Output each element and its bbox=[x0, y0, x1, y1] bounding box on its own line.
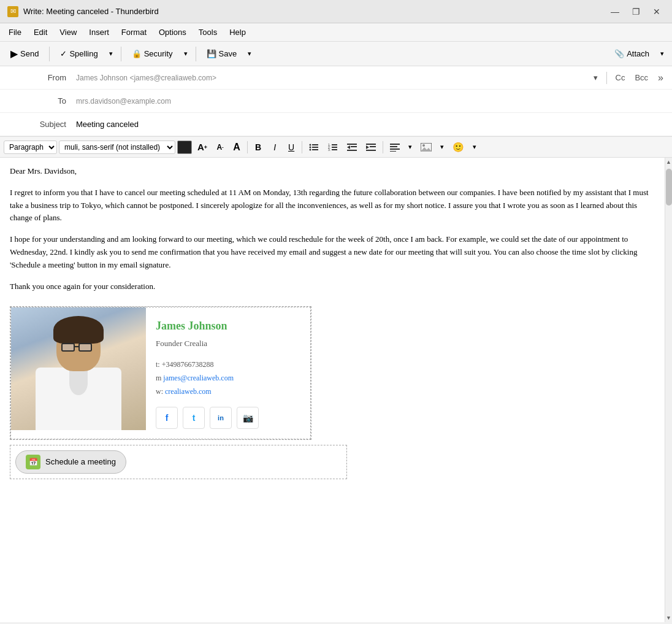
sig-phone: t: +3498766738288 bbox=[156, 359, 300, 371]
image-btn[interactable] bbox=[417, 140, 435, 155]
svg-rect-16 bbox=[366, 144, 376, 145]
menu-bar: File Edit View Insert Format Options Too… bbox=[0, 23, 672, 42]
maximize-button[interactable]: ❐ bbox=[628, 6, 644, 18]
text-color-block-btn[interactable] bbox=[177, 141, 192, 154]
spelling-dropdown[interactable]: ▾ bbox=[106, 47, 116, 61]
greeting-para: Dear Mrs. Davidson, bbox=[10, 165, 655, 178]
from-label: From bbox=[0, 73, 74, 82]
linkedin-btn[interactable]: in bbox=[210, 407, 232, 429]
body-para-1: I regret to inform you that I have to ca… bbox=[10, 187, 655, 225]
schedule-label: Schedule a meeting bbox=[45, 457, 116, 466]
minimize-button[interactable]: — bbox=[607, 6, 623, 18]
attach-dropdown[interactable]: ▾ bbox=[657, 47, 667, 61]
svg-point-2 bbox=[310, 146, 311, 148]
person-body bbox=[36, 368, 121, 430]
paragraph-style-select[interactable]: Paragraph bbox=[4, 141, 57, 154]
svg-rect-1 bbox=[312, 144, 318, 145]
sig-website: w: crealiaweb.com bbox=[156, 386, 300, 398]
twitter-icon: t bbox=[193, 413, 196, 423]
font-size-grow-btn[interactable]: A+ bbox=[194, 140, 211, 155]
menu-tools[interactable]: Tools bbox=[193, 25, 223, 39]
toolbar-sep-2 bbox=[121, 47, 121, 61]
indent-decrease-btn[interactable] bbox=[343, 140, 361, 155]
menu-format[interactable]: Format bbox=[115, 25, 153, 39]
send-label: Send bbox=[20, 49, 39, 58]
person-hair bbox=[53, 316, 104, 344]
scroll-down-arrow[interactable]: ▼ bbox=[665, 614, 673, 622]
svg-rect-18 bbox=[370, 146, 376, 147]
align-btn[interactable] bbox=[386, 140, 403, 155]
send-button[interactable]: ▶ Send bbox=[5, 45, 44, 63]
from-input[interactable] bbox=[74, 70, 590, 86]
person-glasses bbox=[61, 343, 96, 352]
facebook-btn[interactable]: f bbox=[156, 407, 178, 429]
security-label: Security bbox=[144, 49, 173, 58]
svg-rect-14 bbox=[351, 146, 357, 147]
security-dropdown[interactable]: ▾ bbox=[181, 47, 191, 61]
mobile-prefix: m bbox=[156, 374, 161, 382]
twitter-btn[interactable]: t bbox=[183, 407, 205, 429]
sig-email: m james@crealiaweb.com bbox=[156, 372, 300, 384]
align-dropdown[interactable]: ▾ bbox=[405, 140, 415, 154]
svg-marker-26 bbox=[421, 147, 432, 152]
indent-increase-icon bbox=[366, 143, 376, 152]
format-div-3 bbox=[383, 141, 383, 153]
menu-file[interactable]: File bbox=[2, 25, 28, 39]
sig-website-link[interactable]: crealiaweb.com bbox=[165, 387, 212, 396]
body-para-3: Thank you once again for your considerat… bbox=[10, 280, 655, 293]
svg-rect-7 bbox=[332, 144, 337, 145]
emoji-dropdown[interactable]: ▾ bbox=[470, 140, 479, 154]
underline-btn[interactable]: U bbox=[284, 140, 299, 155]
from-dropdown-btn[interactable]: ▾ bbox=[590, 72, 601, 83]
bold-btn[interactable]: B bbox=[251, 140, 265, 155]
save-dropdown[interactable]: ▾ bbox=[245, 47, 254, 61]
bcc-button[interactable]: Bcc bbox=[631, 72, 652, 83]
save-button[interactable]: 💾 Save bbox=[201, 46, 243, 61]
main-toolbar: ▶ Send ✓ Spelling ▾ 🔒 Security ▾ 💾 Save … bbox=[0, 42, 672, 66]
instagram-btn[interactable]: 📷 bbox=[237, 407, 259, 429]
align-icon bbox=[390, 143, 400, 152]
sig-email-link[interactable]: james@crealiaweb.com bbox=[163, 374, 234, 382]
scrollbar[interactable]: ▲ ▼ bbox=[665, 158, 672, 622]
format-toolbar: Paragraph muli, sans-serif (not installe… bbox=[0, 137, 672, 158]
spelling-button[interactable]: ✓ Spelling bbox=[55, 46, 103, 61]
menu-view[interactable]: View bbox=[53, 25, 83, 39]
schedule-meeting-button[interactable]: 📅 Schedule a meeting bbox=[15, 450, 126, 474]
menu-insert[interactable]: Insert bbox=[83, 25, 115, 39]
attach-button[interactable]: 📎 Attach bbox=[609, 46, 655, 61]
subject-row: Subject bbox=[0, 113, 672, 136]
indent-decrease-icon bbox=[347, 143, 357, 152]
scrollbar-thumb[interactable] bbox=[666, 169, 672, 206]
window-title: Write: Meeting canceled - Thunderbird bbox=[23, 7, 159, 16]
email-body[interactable]: Dear Mrs. Davidson, I regret to inform y… bbox=[0, 158, 665, 622]
bullet-list-btn[interactable] bbox=[305, 140, 323, 155]
font-size-reset-btn[interactable]: A bbox=[229, 140, 244, 155]
menu-edit[interactable]: Edit bbox=[28, 25, 53, 39]
more-fields-btn[interactable]: » bbox=[654, 71, 667, 85]
format-div-1 bbox=[247, 141, 248, 153]
toolbar-sep-3 bbox=[196, 47, 196, 61]
font-size-shrink-btn[interactable]: A- bbox=[213, 140, 227, 155]
italic-btn[interactable]: I bbox=[267, 140, 282, 155]
scroll-up-arrow[interactable]: ▲ bbox=[665, 158, 673, 166]
from-actions: ▾ Cc Bcc » bbox=[590, 71, 672, 85]
sig-title: Founder Crealia bbox=[156, 337, 300, 350]
to-row: To bbox=[0, 90, 672, 113]
emoji-btn[interactable]: 🙂 bbox=[449, 140, 468, 155]
menu-help[interactable]: Help bbox=[223, 25, 252, 39]
close-button[interactable]: ✕ bbox=[649, 6, 665, 18]
ordered-list-btn[interactable]: 1. 2. 3. bbox=[324, 140, 342, 155]
security-button[interactable]: 🔒 Security bbox=[126, 46, 178, 61]
svg-rect-15 bbox=[347, 150, 357, 151]
schedule-icon: 📅 bbox=[26, 455, 40, 469]
subject-input[interactable] bbox=[74, 116, 672, 133]
image-dropdown[interactable]: ▾ bbox=[437, 140, 447, 154]
indent-increase-btn[interactable] bbox=[362, 140, 380, 155]
font-select[interactable]: muli, sans-serif (not installed) bbox=[59, 141, 175, 154]
menu-options[interactable]: Options bbox=[153, 25, 193, 39]
to-input[interactable] bbox=[74, 93, 672, 109]
sig-name: James Johnson bbox=[156, 317, 300, 335]
cc-button[interactable]: Cc bbox=[612, 72, 629, 83]
attach-label: Attach bbox=[627, 49, 649, 58]
from-row: From ▾ Cc Bcc » bbox=[0, 66, 672, 90]
